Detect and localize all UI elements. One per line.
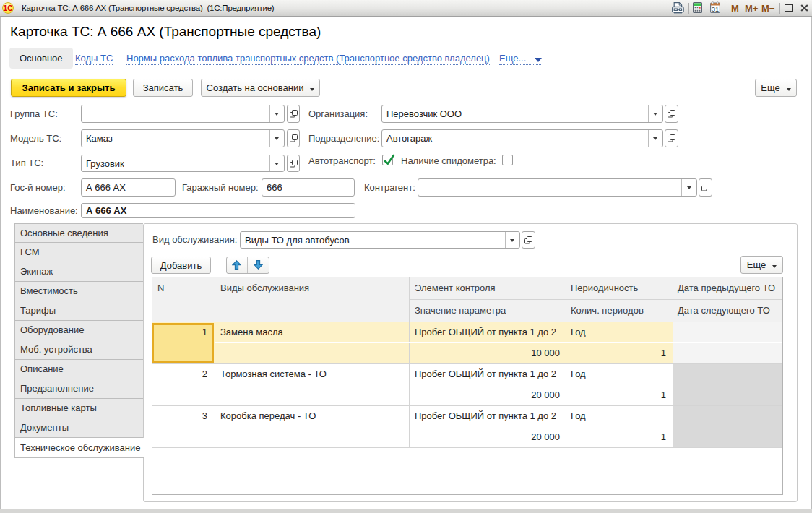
svg-text:31: 31 (712, 6, 719, 13)
